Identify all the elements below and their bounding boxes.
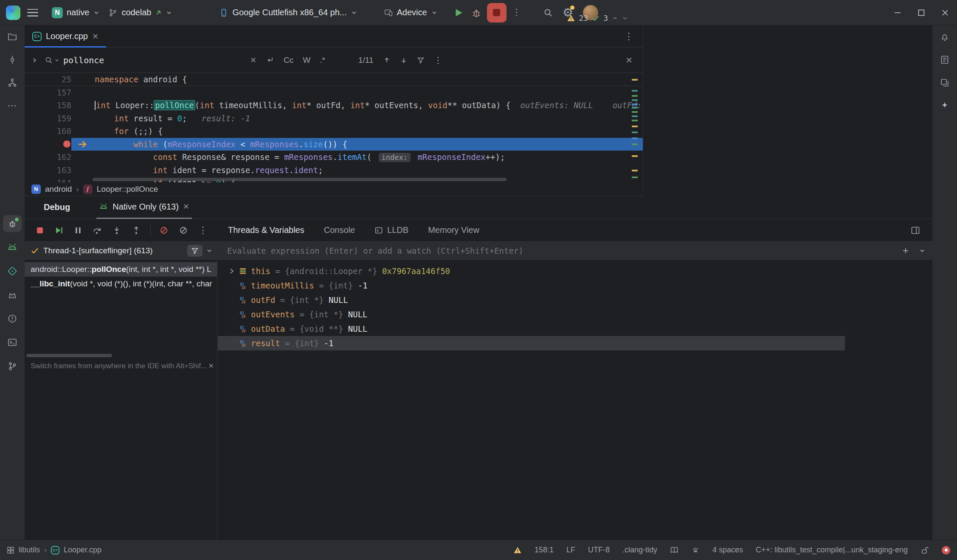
code-line[interactable]: 25namespace android {: [25, 73, 643, 86]
notifications-tool-button[interactable]: [935, 28, 954, 45]
add-watch-icon[interactable]: [902, 247, 909, 255]
regex-toggle[interactable]: .*: [320, 56, 325, 65]
variable-row[interactable]: 0110result = {int} -1: [218, 336, 845, 350]
run-button[interactable]: [453, 7, 464, 18]
debug-options-kebab[interactable]: ⋮: [198, 226, 208, 235]
minimize-button[interactable]: [886, 0, 909, 25]
variable-row[interactable]: 0110timeoutMillis = {int} -1: [218, 278, 932, 293]
step-out-button[interactable]: [132, 226, 141, 235]
code-line[interactable]: 160 for (;;) {: [25, 125, 643, 138]
stack-frame[interactable]: android::Looper::pollOnce(int, int *, in…: [25, 262, 217, 277]
tab-threads-variables[interactable]: Threads & Variables: [228, 225, 304, 235]
tab-lldb[interactable]: LLDB: [374, 225, 408, 235]
breadcrumb-namespace[interactable]: android: [45, 185, 72, 194]
code-line[interactable]: 158int Looper::pollOnce(int timeoutMilli…: [25, 99, 643, 112]
pause-button[interactable]: [74, 226, 82, 235]
line-number[interactable]: 160: [25, 125, 71, 138]
device-selector[interactable]: Google Cuttlefish x86_64 ph...: [215, 4, 361, 21]
resume-button[interactable]: [54, 226, 64, 235]
device-explorer-tool-button[interactable]: [935, 51, 954, 68]
view-breakpoints-button[interactable]: [179, 226, 188, 235]
line-number[interactable]: [25, 138, 71, 151]
close-tab-icon[interactable]: ✕: [92, 33, 99, 40]
error-notification-badge[interactable]: [942, 546, 950, 554]
branch-selector[interactable]: codelab: [104, 4, 177, 21]
linter-status[interactable]: .clang-tidy: [622, 546, 657, 554]
newline-icon[interactable]: [266, 56, 274, 64]
project-selector[interactable]: N native: [48, 4, 104, 21]
frames-scrollbar[interactable]: [26, 354, 112, 357]
chevron-down-icon[interactable]: [919, 247, 926, 254]
more-actions-button[interactable]: ⋯: [511, 8, 522, 18]
mute-breakpoints-button[interactable]: [159, 226, 169, 235]
running-devices-tool-button[interactable]: [3, 239, 22, 256]
maximize-button[interactable]: [909, 0, 933, 25]
match-case-toggle[interactable]: Cc: [284, 56, 293, 65]
tab-looper-cpp[interactable]: C+ Looper.cpp ✕: [25, 25, 106, 48]
project-tool-button[interactable]: [3, 28, 22, 45]
code-line[interactable]: 162 const Response& response = mResponse…: [25, 151, 643, 164]
line-number[interactable]: 159: [25, 112, 71, 125]
variable-row[interactable]: 0110outData = {void **} NULL: [218, 322, 932, 336]
variable-row[interactable]: 0110outFd = {int *} NULL: [218, 293, 932, 307]
editor-scroll-marks[interactable]: [630, 73, 643, 182]
evaluate-expression-bar[interactable]: Evaluate expression (Enter) or add a wat…: [218, 242, 932, 260]
close-session-icon[interactable]: ✕: [183, 203, 189, 210]
terminal-tool-button[interactable]: [3, 334, 22, 351]
tab-console[interactable]: Console: [324, 225, 355, 235]
clear-search-icon[interactable]: ✕: [250, 56, 256, 64]
layout-settings-button[interactable]: [910, 225, 920, 235]
find-options-kebab[interactable]: ⋮: [434, 55, 443, 65]
file-encoding[interactable]: UTF-8: [588, 546, 610, 554]
find-input[interactable]: pollonce: [63, 55, 250, 65]
variable-row[interactable]: 0110outEvents = {int *} NULL: [218, 307, 932, 322]
inspections-widget[interactable]: 23 3: [567, 14, 628, 22]
expand-replace-chevron[interactable]: [25, 57, 44, 64]
run-config-selector[interactable]: Adevice: [380, 4, 442, 21]
structure-tool-button[interactable]: [3, 74, 22, 91]
close-find-bar-icon[interactable]: ✕: [625, 56, 633, 64]
stack-frame[interactable]: __libc_init(void *, void (*)(), int (*)(…: [25, 277, 217, 291]
paw-icon[interactable]: [691, 546, 700, 554]
filter-search-icon[interactable]: [417, 56, 425, 64]
next-match-button[interactable]: [400, 56, 408, 64]
logcat-tool-button[interactable]: [3, 286, 22, 303]
line-number[interactable]: 158: [25, 99, 71, 112]
code-line[interactable]: 157: [25, 86, 643, 99]
version-control-tool-button[interactable]: [3, 358, 22, 375]
line-ending[interactable]: LF: [566, 546, 575, 554]
variable-row[interactable]: this = {android::Looper *} 0x7967aa146f5…: [218, 264, 932, 278]
debug-tool-button[interactable]: [3, 215, 22, 232]
warning-triangle-icon[interactable]: [513, 546, 522, 554]
status-project[interactable]: libutils: [19, 546, 40, 554]
tab-options-kebab[interactable]: ⋮: [624, 31, 633, 42]
commit-tool-button[interactable]: [3, 51, 22, 68]
app-inspection-tool-button[interactable]: [3, 263, 22, 280]
code-line[interactable]: 163 int ident = response.request.ident;: [25, 164, 643, 177]
main-menu-button[interactable]: [27, 9, 38, 17]
tab-memory-view[interactable]: Memory View: [428, 225, 479, 235]
breakpoint-icon[interactable]: [63, 140, 70, 148]
dismiss-hint-icon[interactable]: ✕: [208, 362, 214, 370]
caret-position[interactable]: 158:1: [535, 546, 554, 554]
gemini-tool-button[interactable]: [935, 97, 954, 114]
step-over-button[interactable]: [93, 226, 102, 235]
search-everywhere-button[interactable]: [543, 8, 553, 18]
status-file[interactable]: Looper.cpp: [64, 546, 101, 554]
stop-button[interactable]: [487, 3, 507, 22]
close-button[interactable]: [933, 0, 957, 25]
line-number[interactable]: 157: [25, 86, 71, 99]
debug-session-tab[interactable]: Native Only (613) ✕: [96, 196, 192, 219]
more-tool-windows-button[interactable]: ⋯: [3, 97, 22, 114]
code-editor[interactable]: 25namespace android { 157158int Looper::…: [25, 73, 643, 182]
prev-match-button[interactable]: [383, 56, 391, 64]
line-number[interactable]: 162: [25, 151, 71, 164]
chevron-right-icon[interactable]: [228, 267, 236, 275]
line-number[interactable]: 163: [25, 164, 71, 177]
chevron-up-icon[interactable]: [611, 15, 618, 22]
debug-button[interactable]: [471, 7, 482, 18]
horizontal-scrollbar[interactable]: [93, 178, 507, 181]
thread-selector[interactable]: Thread-1-[surfaceflinger] (613): [25, 242, 217, 260]
line-number[interactable]: 25: [25, 73, 71, 86]
indent-setting[interactable]: 4 spaces: [712, 546, 743, 554]
